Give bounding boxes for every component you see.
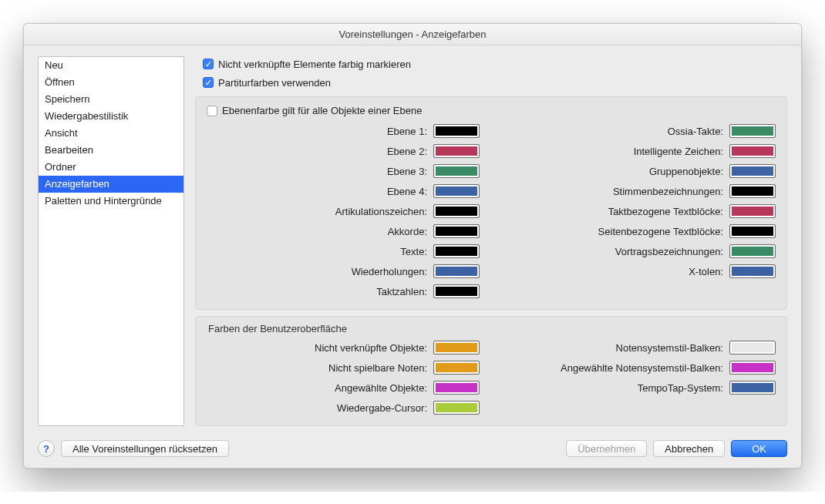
color-row: Taktzahlen: (207, 284, 480, 298)
color-swatch[interactable] (433, 381, 480, 395)
color-label: Ebene 1: (387, 126, 427, 137)
color-swatch[interactable] (433, 401, 480, 415)
color-row: Ebene 1: (207, 124, 480, 138)
color-row: Nicht verknüpfte Objekte: (207, 341, 480, 354)
color-row: Akkorde: (207, 224, 480, 238)
sidebar-item[interactable]: Ordner (39, 159, 184, 176)
color-swatch[interactable] (433, 124, 480, 138)
reset-all-button[interactable]: Alle Voreinstellungen rücksetzen (61, 440, 229, 457)
color-swatch[interactable] (433, 284, 480, 298)
category-sidebar: NeuÖffnenSpeichernWiedergabestilistikAns… (38, 56, 184, 426)
color-label: Nicht spielbare Noten: (328, 362, 427, 374)
color-swatch[interactable] (729, 204, 776, 218)
color-row: TempoTap-System: (503, 381, 776, 395)
cancel-button[interactable]: Abbrechen (653, 440, 725, 457)
color-label: Wiederholungen: (352, 266, 427, 277)
apply-button: Übernehmen (566, 440, 647, 457)
sidebar-item[interactable]: Ansicht (39, 125, 184, 142)
ok-button[interactable]: OK (731, 440, 787, 457)
color-row: Angewählte Notensystemstil-Balken: (503, 361, 776, 375)
color-swatch[interactable] (433, 144, 480, 158)
color-label: Angewählte Notensystemstil-Balken: (561, 362, 723, 374)
checkbox-icon (207, 106, 217, 116)
color-label: Akkorde: (388, 226, 427, 237)
color-row: Ebene 3: (207, 164, 480, 178)
color-swatch[interactable] (433, 204, 480, 218)
preferences-window: Voreinstellungen - Anzeigefarben NeuÖffn… (23, 23, 802, 469)
check-mark-unlinked[interactable]: ✓ Nicht verknüpfte Elemente farbig marki… (195, 56, 787, 72)
ui-colors-group: Farben der Benutzeroberfläche Nicht verk… (195, 316, 787, 426)
sidebar-item[interactable]: Bearbeiten (39, 142, 184, 159)
layer-colors-group: Ebenenfarbe gilt für alle Objekte einer … (195, 96, 787, 310)
check-layer-all-objects[interactable]: Ebenenfarbe gilt für alle Objekte einer … (207, 105, 776, 116)
color-row: Angewählte Objekte: (207, 381, 480, 395)
color-swatch[interactable] (729, 341, 776, 354)
color-swatch[interactable] (729, 361, 776, 375)
checkbox-icon: ✓ (203, 77, 214, 88)
color-label: Ebene 4: (387, 186, 427, 197)
help-button[interactable]: ? (38, 440, 55, 457)
color-label: X-tolen: (689, 266, 723, 277)
color-label: TempoTap-System: (638, 382, 723, 394)
color-swatch[interactable] (729, 224, 776, 238)
checkbox-icon: ✓ (203, 59, 214, 69)
color-label: Seitenbezogene Textblöcke: (598, 226, 723, 237)
color-row: Stimmenbezeichnungen: (503, 184, 776, 198)
color-swatch[interactable] (729, 124, 776, 138)
color-row: Nicht spielbare Noten: (207, 361, 480, 375)
color-label: Artikulationszeichen: (335, 206, 427, 217)
color-row: Taktbezogene Textblöcke: (503, 204, 776, 218)
color-swatch[interactable] (433, 164, 480, 178)
color-swatch[interactable] (729, 244, 776, 258)
color-label: Taktzahlen: (376, 286, 427, 297)
window-title: Voreinstellungen - Anzeigefarben (24, 24, 801, 45)
footer: ? Alle Voreinstellungen rücksetzen Übern… (24, 434, 801, 468)
color-label: Nicht verknüpfte Objekte: (315, 342, 427, 354)
color-row: Seitenbezogene Textblöcke: (503, 224, 776, 238)
color-swatch[interactable] (729, 381, 776, 395)
color-label: Wiedergabe-Cursor: (337, 402, 427, 414)
color-swatch[interactable] (433, 244, 480, 258)
color-row: Notensystemstil-Balken: (503, 341, 776, 354)
color-swatch[interactable] (433, 264, 480, 278)
color-label: Ebene 3: (387, 166, 427, 177)
color-label: Angewählte Objekte: (335, 382, 427, 394)
sidebar-item[interactable]: Anzeigefarben (39, 176, 184, 193)
color-label: Ebene 2: (387, 146, 427, 157)
color-row: Ebene 4: (207, 184, 480, 198)
color-swatch[interactable] (433, 224, 480, 238)
color-label: Ossia-Takte: (668, 126, 723, 137)
check-use-score-colors[interactable]: ✓ Partiturfarben verwenden (195, 75, 787, 90)
color-label: Taktbezogene Textblöcke: (608, 206, 723, 217)
main-panel: ✓ Nicht verknüpfte Elemente farbig marki… (195, 56, 787, 426)
sidebar-item[interactable]: Neu (39, 57, 184, 74)
content-area: NeuÖffnenSpeichernWiedergabestilistikAns… (24, 45, 801, 434)
color-swatch[interactable] (433, 184, 480, 198)
color-swatch[interactable] (433, 361, 480, 375)
color-row: Vortragsbezeichnungen: (503, 244, 776, 258)
color-row: Wiedergabe-Cursor: (207, 401, 480, 415)
color-row: Gruppenobjekte: (503, 164, 776, 178)
color-swatch[interactable] (729, 164, 776, 178)
sidebar-item[interactable]: Öffnen (39, 74, 184, 91)
check-label: Nicht verknüpfte Elemente farbig markier… (218, 59, 411, 70)
check-label: Ebenenfarbe gilt für alle Objekte einer … (222, 105, 422, 116)
color-row: X-tolen: (503, 264, 776, 278)
check-label: Partiturfarben verwenden (218, 77, 331, 89)
color-row: Artikulationszeichen: (207, 204, 480, 218)
sidebar-item[interactable]: Paletten und Hintergründe (39, 193, 184, 210)
color-label: Notensystemstil-Balken: (616, 342, 723, 354)
color-swatch[interactable] (729, 144, 776, 158)
color-label: Vortragsbezeichnungen: (615, 246, 723, 257)
color-swatch[interactable] (433, 341, 480, 354)
sidebar-item[interactable]: Speichern (39, 91, 184, 108)
color-row: Ossia-Takte: (503, 124, 776, 138)
color-row: Intelligente Zeichen: (503, 144, 776, 158)
color-swatch[interactable] (729, 184, 776, 198)
color-swatch[interactable] (729, 264, 776, 278)
color-row: Ebene 2: (207, 144, 480, 158)
sidebar-item[interactable]: Wiedergabestilistik (39, 108, 184, 125)
color-label: Stimmenbezeichnungen: (613, 186, 723, 197)
color-label: Texte: (400, 246, 427, 257)
color-label: Gruppenobjekte: (649, 166, 723, 177)
